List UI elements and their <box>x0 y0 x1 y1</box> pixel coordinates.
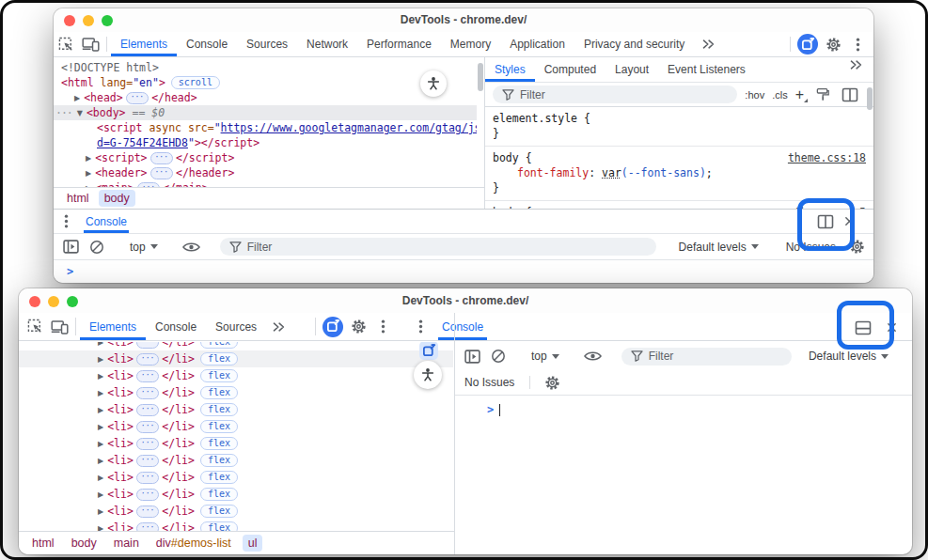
expand-arrow-icon[interactable]: ▶ <box>98 355 103 364</box>
collapsed-children-icon[interactable]: ··· <box>136 522 159 531</box>
dom-tree-line[interactable]: d=G-754F24EHD8"></script> <box>54 135 477 150</box>
collapsed-children-icon[interactable]: ··· <box>136 342 159 349</box>
issues-counter[interactable]: No Issues <box>464 376 520 389</box>
styles-filter[interactable] <box>493 86 737 103</box>
breadcrumb-item-html[interactable]: html <box>26 535 60 552</box>
expand-arrow-icon[interactable]: ▶ <box>98 507 103 516</box>
live-expression-eye-icon[interactable] <box>581 350 606 362</box>
collapsed-children-icon[interactable]: ··· <box>136 404 159 416</box>
expand-arrow-icon[interactable]: ▶ <box>98 372 103 381</box>
styles-tab-styles[interactable]: Styles <box>485 57 535 82</box>
collapsed-children-icon[interactable]: ··· <box>150 167 173 179</box>
settings-gear-icon[interactable] <box>821 32 845 56</box>
dom-tree-line[interactable]: ▶<li>···</li>flex <box>19 384 453 401</box>
collapsed-children-icon[interactable]: ··· <box>136 472 159 484</box>
tab-network[interactable]: Network <box>297 32 357 56</box>
flex-badge[interactable]: flex <box>200 369 238 382</box>
live-expression-eye-icon[interactable] <box>180 241 204 253</box>
expand-arrow-icon[interactable]: ▶ <box>98 342 103 347</box>
zoom-button[interactable] <box>102 15 113 26</box>
flex-badge[interactable]: flex <box>200 403 238 416</box>
breadcrumb-item-body[interactable]: body <box>66 535 102 552</box>
inspect-element-icon[interactable] <box>54 32 78 56</box>
class-toggle[interactable]: .cls <box>772 89 788 101</box>
expand-arrow-icon[interactable]: ▼ <box>77 109 83 117</box>
flex-badge[interactable]: flex <box>200 488 238 501</box>
tab-elements[interactable]: Elements <box>80 313 146 340</box>
zoom-button[interactable] <box>67 296 78 307</box>
collapsed-children-icon[interactable]: ··· <box>136 387 159 399</box>
styles-filter-input[interactable] <box>520 88 728 101</box>
flex-badge[interactable]: flex <box>200 420 238 433</box>
element-picker-chip-icon[interactable] <box>419 342 438 360</box>
element-badge[interactable]: scroll <box>171 76 220 89</box>
more-options-icon[interactable] <box>54 210 78 233</box>
collapsed-children-icon[interactable]: ··· <box>136 421 159 433</box>
console-prompt[interactable]: > <box>455 395 912 416</box>
dom-tree-line[interactable]: ▶<li>···</li>flex <box>19 367 453 384</box>
dom-tree-line[interactable]: ▶<li>···</li>flex <box>19 350 453 367</box>
tab-console-panel[interactable]: Console <box>438 313 487 340</box>
device-toolbar-icon[interactable] <box>78 32 102 56</box>
styles-tab-event-listeners[interactable]: Event Listeners <box>658 57 755 82</box>
dom-tree-line[interactable]: ▶<head>···</head> <box>54 90 477 105</box>
dom-tree-line[interactable]: ▶<header>···</header> <box>54 165 477 180</box>
element-picker-active-icon[interactable] <box>797 34 818 54</box>
context-selector[interactable]: top <box>526 350 565 363</box>
console-filter-input[interactable] <box>649 350 782 363</box>
tab-memory[interactable]: Memory <box>441 32 500 56</box>
styles-tab-computed[interactable]: Computed <box>535 57 606 82</box>
dom-tree-line[interactable]: ▶<li>···</li>flex <box>19 452 453 469</box>
expand-arrow-icon[interactable]: ▶ <box>98 474 103 482</box>
rendering-brush-icon[interactable] <box>815 87 830 101</box>
tab-sources[interactable]: Sources <box>237 32 297 56</box>
dom-tree-line[interactable]: ▶<main>···</main> <box>54 180 477 187</box>
collapsed-children-icon[interactable]: ··· <box>136 370 159 382</box>
expand-arrow-icon[interactable]: ▶ <box>98 406 103 414</box>
breadcrumb-item-main[interactable]: main <box>108 535 145 552</box>
more-options-icon[interactable] <box>370 313 395 340</box>
dom-tree-line[interactable]: ▶<li>···</li>flex <box>19 520 453 531</box>
tab-privacy-and-security[interactable]: Privacy and security <box>574 32 694 56</box>
titlebar[interactable]: DevTools - chrome.dev/ <box>19 288 912 313</box>
settings-gear-icon[interactable] <box>346 313 370 340</box>
flex-badge[interactable]: flex <box>200 505 238 518</box>
tab-console[interactable]: Console <box>146 313 206 340</box>
collapsed-children-icon[interactable]: ··· <box>136 353 159 366</box>
dom-tree-line[interactable]: ▶<li>···</li>flex <box>19 503 453 520</box>
flex-badge[interactable]: flex <box>200 342 238 349</box>
more-tabs-icon[interactable] <box>266 313 291 340</box>
expand-arrow-icon[interactable]: ▶ <box>98 490 103 499</box>
expand-arrow-icon[interactable]: ▶ <box>98 389 103 397</box>
collapsed-children-icon[interactable]: ··· <box>136 438 159 450</box>
tab-performance[interactable]: Performance <box>357 32 441 56</box>
expand-arrow-icon[interactable]: ▶ <box>98 457 103 465</box>
flex-badge[interactable]: flex <box>200 352 238 366</box>
dom-tree-line[interactable]: ▶<li>···</li>flex <box>19 435 453 452</box>
css-rule-element-style[interactable]: element.style { } <box>485 107 873 147</box>
clear-console-icon[interactable] <box>487 349 510 364</box>
collapsed-children-icon[interactable]: ··· <box>126 92 149 104</box>
collapsed-children-icon[interactable]: ··· <box>136 455 159 467</box>
scrollbar-thumb[interactable] <box>867 87 873 110</box>
console-sidebar-icon[interactable] <box>59 240 82 254</box>
log-levels-dropdown[interactable]: Default levels <box>673 241 764 254</box>
expand-arrow-icon[interactable]: ▶ <box>74 94 80 102</box>
more-tabs-icon[interactable] <box>843 59 868 70</box>
console-sidebar-icon[interactable] <box>461 350 483 364</box>
console-filter-input[interactable] <box>247 241 647 254</box>
new-style-rule-icon[interactable]: + <box>795 86 804 103</box>
expand-arrow-icon[interactable]: ▶ <box>86 169 91 178</box>
breadcrumb-item-ul[interactable]: ul <box>243 535 263 552</box>
titlebar[interactable]: DevTools - chrome.dev/ <box>54 8 873 32</box>
collapsed-children-icon[interactable]: ··· <box>136 489 159 501</box>
expand-arrow-icon[interactable]: ▶ <box>98 524 103 531</box>
log-levels-dropdown[interactable]: Default levels <box>803 350 894 363</box>
dom-tree-line[interactable]: <!DOCTYPE html> <box>54 60 477 75</box>
dom-tree-line[interactable]: ▶<li>···</li>flex <box>19 342 453 350</box>
device-toolbar-icon[interactable] <box>47 313 71 340</box>
tab-sources[interactable]: Sources <box>206 313 266 340</box>
close-button[interactable] <box>29 296 40 307</box>
dom-tree-line[interactable]: <script async src="https://www.googletag… <box>54 120 477 135</box>
tab-console-drawer[interactable]: Console <box>84 210 129 233</box>
